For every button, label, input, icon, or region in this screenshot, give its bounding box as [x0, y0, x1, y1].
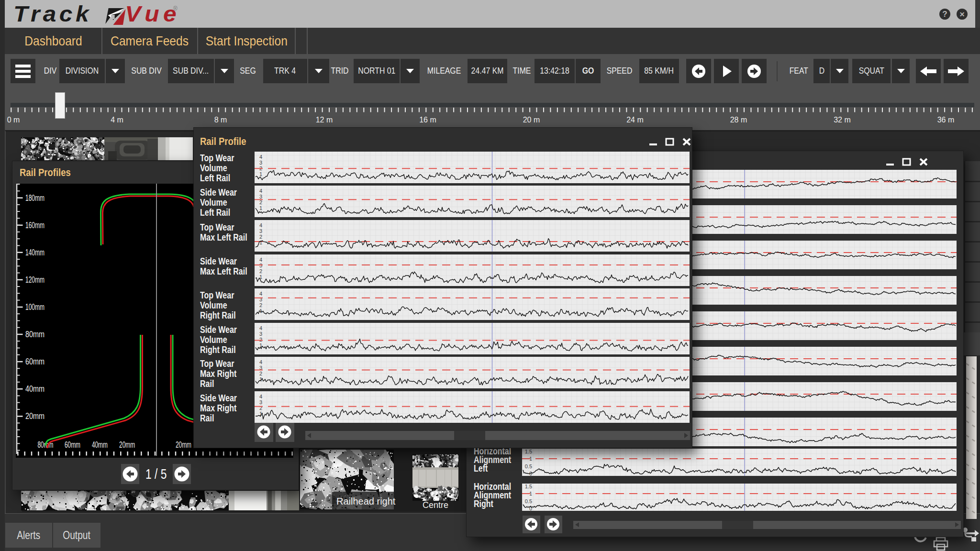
- svg-text:Railhead right: Railhead right: [336, 496, 396, 507]
- svg-text:Centre: Centre: [423, 500, 448, 510]
